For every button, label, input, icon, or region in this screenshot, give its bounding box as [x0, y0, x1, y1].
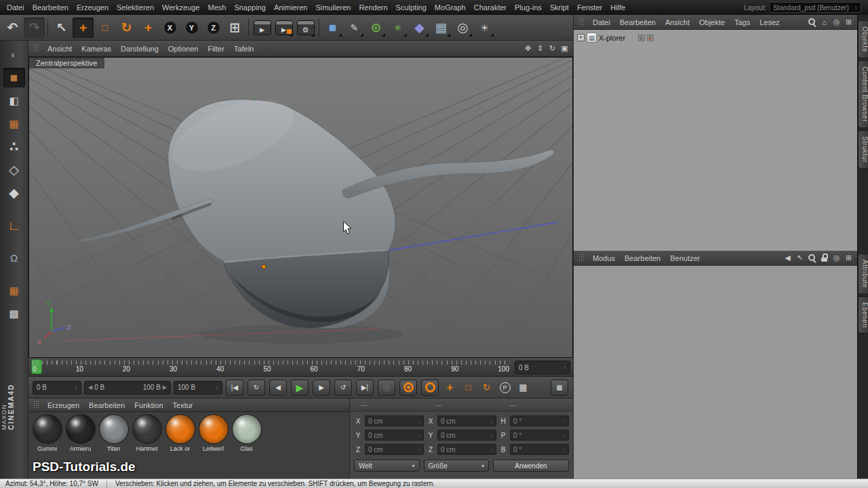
- material-preview-sphere[interactable]: [166, 415, 195, 443]
- model-xplorer[interactable]: [79, 85, 553, 329]
- side-tab[interactable]: Objekte: [858, 20, 868, 58]
- object-manager-menu-item[interactable]: Bearbeiten: [615, 18, 660, 26]
- menu-item[interactable]: MoGraph: [431, 3, 470, 12]
- points-mode-button[interactable]: ∴: [3, 137, 25, 157]
- material-menu-item[interactable]: Textur: [168, 401, 198, 409]
- rotation-input[interactable]: 0 °↕: [510, 415, 569, 426]
- timeline-frame-field[interactable]: 0 B ↕: [515, 361, 570, 374]
- loop-button[interactable]: ↺: [334, 380, 352, 396]
- menu-item[interactable]: Hilfe: [606, 3, 629, 12]
- material-item[interactable]: Glas: [230, 415, 263, 452]
- material-preview-sphere[interactable]: [133, 415, 161, 443]
- object-name[interactable]: X-plorer: [599, 34, 625, 42]
- object-row[interactable]: + ▤ X-plorer: [574, 30, 857, 45]
- side-tab[interactable]: Content Browser: [858, 60, 868, 128]
- viewport-menu-item[interactable]: Optionen: [163, 45, 203, 53]
- material-item[interactable]: Hartmet: [130, 415, 163, 452]
- apply-button[interactable]: Anwenden: [493, 460, 569, 472]
- key-position-toggle[interactable]: +: [442, 380, 458, 395]
- material-menu-item[interactable]: Erzeugen: [43, 401, 84, 409]
- viewport-menu-item[interactable]: Ansicht: [43, 45, 77, 53]
- grip-handle[interactable]: [33, 401, 40, 409]
- material-preview-sphere[interactable]: [233, 415, 261, 443]
- scale-tool[interactable]: □: [94, 18, 115, 38]
- edges-mode-button[interactable]: ◇: [3, 160, 25, 180]
- pan-view-icon[interactable]: ✥: [522, 43, 534, 54]
- object-manager-menu-item[interactable]: Tags: [730, 18, 755, 26]
- range-left-icon[interactable]: ◀: [88, 384, 92, 390]
- lock-workplane-button[interactable]: ▩: [3, 304, 25, 323]
- target-icon[interactable]: ◎: [831, 252, 842, 264]
- render-view-button[interactable]: ▶: [252, 18, 273, 38]
- viewport-camera-label[interactable]: Zentralperspektive: [29, 58, 104, 68]
- material-item[interactable]: Gummi: [31, 415, 64, 452]
- rotate-tool[interactable]: ↻: [116, 18, 137, 38]
- goto-end-button[interactable]: ▶|: [356, 380, 374, 396]
- render-picture-viewer-button[interactable]: ▶: [273, 18, 294, 38]
- expand-icon[interactable]: +: [577, 34, 585, 41]
- attribute-menu-item[interactable]: Bearbeiten: [620, 254, 665, 262]
- timeline-range-field[interactable]: ◀ 0 B 100 B ▶: [84, 381, 171, 394]
- rotation-input[interactable]: 0 °↕: [510, 444, 569, 455]
- material-preview-sphere[interactable]: [100, 415, 128, 443]
- scale-input[interactable]: 0 cm↕: [437, 415, 496, 426]
- rotate-view-icon[interactable]: ↻: [547, 43, 558, 54]
- lock-x-axis-button[interactable]: X: [159, 18, 180, 38]
- coordinate-system-button[interactable]: ⊞: [224, 18, 245, 38]
- layout-select[interactable]: Standard_psd (Benutzer) ↕: [769, 2, 861, 13]
- menu-item[interactable]: Datei: [3, 3, 28, 12]
- side-tab[interactable]: Ebenen: [858, 296, 868, 333]
- key-parameter-toggle[interactable]: P: [497, 380, 513, 395]
- viewport-menu-item[interactable]: Filter: [203, 45, 229, 53]
- attribute-menu-item[interactable]: Modus: [588, 254, 620, 262]
- scale-input[interactable]: 0 cm↕: [437, 444, 496, 455]
- record-button[interactable]: ◎: [378, 380, 395, 396]
- menu-item[interactable]: Mesh: [203, 3, 230, 12]
- add-generator-button[interactable]: ⊙: [366, 18, 387, 38]
- render-visibility-toggle[interactable]: [647, 35, 654, 41]
- add-environment-button[interactable]: ▦: [431, 18, 452, 38]
- record-keyframe-button[interactable]: [399, 380, 417, 396]
- lock-icon[interactable]: [818, 252, 830, 264]
- material-preview-sphere[interactable]: [33, 415, 62, 443]
- coordinate-space-select[interactable]: Welt ▾: [354, 460, 420, 472]
- menu-item[interactable]: Bearbeiten: [28, 3, 73, 12]
- menu-item[interactable]: Simulieren: [311, 3, 355, 12]
- menu-item[interactable]: Sculpting: [392, 3, 431, 12]
- next-frame-button[interactable]: ▶: [313, 380, 330, 396]
- position-input[interactable]: 0 cm↕: [365, 415, 424, 426]
- move-tool[interactable]: +: [73, 18, 94, 38]
- add-camera-button[interactable]: ◎: [452, 18, 473, 38]
- add-mograph-button[interactable]: ✳: [387, 18, 408, 38]
- rotation-input[interactable]: 0 °↕: [510, 430, 569, 441]
- material-item[interactable]: Armieru: [64, 415, 97, 452]
- toggle-view-icon[interactable]: ▣: [559, 43, 570, 54]
- menu-item[interactable]: Snapping: [230, 3, 270, 12]
- material-menu-item[interactable]: Bearbeiten: [84, 401, 130, 409]
- menu-item[interactable]: Rendern: [355, 3, 391, 12]
- viewport-menu-item[interactable]: Kameras: [77, 45, 116, 53]
- material-item[interactable]: Leitwerl: [197, 415, 230, 452]
- key-scale-toggle[interactable]: □: [460, 380, 476, 395]
- home-icon[interactable]: ⌂: [818, 16, 830, 28]
- redo-button[interactable]: ↷: [24, 18, 45, 38]
- object-manager[interactable]: + ▤ X-plorer: [573, 30, 857, 251]
- search-icon[interactable]: [806, 16, 818, 28]
- menu-item[interactable]: Skript: [546, 3, 573, 12]
- uv-mode-button[interactable]: ▦: [3, 114, 25, 134]
- add-deformer-button[interactable]: ◆: [409, 18, 430, 38]
- grip-handle[interactable]: [578, 18, 585, 26]
- menu-item[interactable]: Charakter: [470, 3, 511, 12]
- attribute-menu-item[interactable]: Benutzer: [665, 254, 705, 262]
- dolly-view-icon[interactable]: ⇕: [534, 43, 546, 54]
- menu-item[interactable]: Erzeugen: [73, 3, 113, 12]
- viewport-menu-item[interactable]: Darstellung: [116, 45, 163, 53]
- polygons-mode-button[interactable]: ◆: [3, 183, 25, 203]
- lock-z-axis-button[interactable]: Z: [203, 18, 224, 38]
- menu-item[interactable]: Selektieren: [113, 3, 158, 12]
- current-frame-field[interactable]: 0 B ↕: [33, 381, 81, 394]
- menu-item[interactable]: Werkzeuge: [158, 3, 203, 12]
- key-pla-toggle[interactable]: ▦: [515, 380, 531, 395]
- add-light-button[interactable]: ☀: [474, 18, 495, 38]
- side-tab[interactable]: Attribute: [858, 253, 868, 294]
